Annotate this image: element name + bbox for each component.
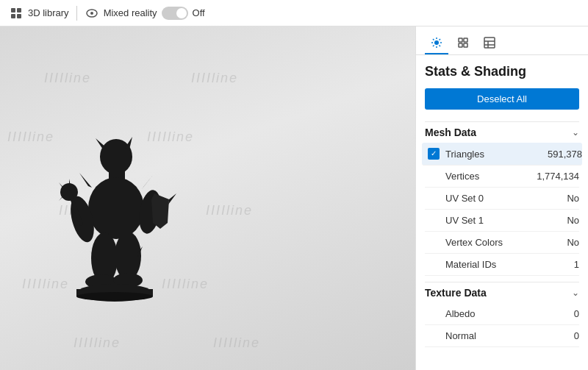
normal-label: Normal	[445, 330, 574, 341]
svg-rect-40	[464, 38, 467, 42]
tab-grid[interactable]	[451, 32, 475, 54]
svg-line-35	[433, 39, 434, 40]
svg-rect-1	[17, 8, 21, 13]
panel-body: Stats & Shading Deselect All Mesh Data ⌄…	[416, 55, 588, 370]
top-bar: 3D library Mixed reality Off	[0, 0, 588, 26]
mesh-data-chevron: ⌄	[572, 127, 579, 138]
svg-marker-7	[96, 138, 107, 149]
uv-set-0-label: UV Set 0	[445, 193, 567, 204]
svg-point-10	[88, 177, 144, 239]
watermark: IIIIline	[44, 71, 91, 86]
uv-set-1-row: UV Set 1 No	[425, 210, 579, 232]
material-ids-label: Material IDs	[445, 259, 574, 270]
svg-point-30	[434, 40, 439, 45]
texture-data-section-header[interactable]: Texture Data ⌄	[425, 282, 579, 303]
vertex-colors-value: No	[567, 237, 579, 248]
watermark: IIIIline	[74, 335, 121, 351]
mixed-reality-toggle[interactable]	[162, 7, 188, 20]
albedo-value: 0	[574, 308, 579, 319]
vertices-row: Vertices 1,774,134	[425, 166, 579, 188]
svg-rect-3	[17, 14, 21, 18]
panel-tabs	[416, 26, 588, 55]
normal-row: Normal 0	[425, 325, 579, 347]
toggle-container[interactable]: Off	[162, 7, 205, 20]
texture-data-chevron: ⌄	[572, 288, 579, 298]
svg-marker-11	[79, 173, 92, 188]
uv-set-0-value: No	[567, 193, 579, 204]
svg-line-38	[433, 46, 434, 47]
watermark: IIIIline	[7, 129, 54, 145]
mixed-reality-label: Mixed reality	[104, 7, 157, 18]
3d-library-icon	[9, 6, 24, 21]
albedo-row: Albedo 0	[425, 303, 579, 325]
library-label: 3D library	[28, 7, 69, 18]
mesh-data-section-header[interactable]: Mesh Data ⌄	[425, 121, 579, 143]
uv-set-1-label: UV Set 1	[445, 215, 567, 226]
svg-point-5	[90, 12, 93, 15]
triangles-checkbox[interactable]: ✓	[428, 148, 440, 160]
checkbox-check-icon: ✓	[431, 150, 437, 157]
svg-marker-20	[168, 193, 176, 204]
divider	[76, 6, 77, 21]
albedo-label: Albedo	[445, 308, 574, 319]
watermark: IIIIline	[206, 203, 253, 218]
triangles-value: 591,378	[548, 149, 582, 160]
svg-rect-0	[11, 8, 15, 13]
tab-table[interactable]	[478, 32, 501, 54]
top-bar-left: 3D library Mixed reality Off	[9, 6, 205, 21]
svg-rect-2	[11, 14, 15, 18]
svg-rect-39	[459, 38, 462, 42]
svg-marker-12	[142, 175, 153, 189]
watermark: IIIIline	[213, 335, 260, 351]
triangles-row: ✓ Triangles 591,378	[422, 143, 582, 166]
main-content: IIIIline IIIIline IIIIline IIIIline IIII…	[0, 26, 588, 370]
svg-rect-43	[484, 38, 495, 48]
deselect-all-button[interactable]: Deselect All	[425, 88, 579, 110]
svg-rect-41	[459, 43, 462, 47]
normal-value: 0	[574, 330, 579, 341]
svg-point-29	[76, 292, 153, 301]
material-ids-value: 1	[574, 259, 579, 270]
watermark: IIIIline	[191, 71, 238, 86]
tab-sun[interactable]	[425, 32, 448, 54]
panel-title: Stats & Shading	[425, 64, 579, 79]
material-ids-row: Material IDs 1	[425, 254, 579, 276]
right-panel: Stats & Shading Deselect All Mesh Data ⌄…	[415, 26, 588, 370]
viewport: IIIIline IIIIline IIIIline IIIIline IIII…	[0, 26, 415, 370]
svg-line-37	[440, 39, 441, 40]
vertex-colors-label: Vertex Colors	[445, 237, 567, 248]
uv-set-1-value: No	[567, 215, 579, 226]
toggle-off-label: Off	[193, 7, 205, 18]
model-silhouette	[59, 135, 176, 311]
svg-rect-42	[464, 43, 467, 47]
vertices-value: 1,774,134	[537, 171, 579, 182]
svg-line-36	[440, 46, 441, 47]
mixed-reality-icon	[85, 6, 99, 21]
texture-data-title: Texture Data	[425, 287, 487, 299]
toggle-knob	[176, 8, 187, 18]
vertices-label: Vertices	[445, 171, 537, 182]
mesh-data-title: Mesh Data	[425, 127, 476, 138]
vertex-colors-row: Vertex Colors No	[425, 232, 579, 254]
uv-set-0-row: UV Set 0 No	[425, 188, 579, 210]
triangles-label: Triangles	[445, 149, 548, 160]
